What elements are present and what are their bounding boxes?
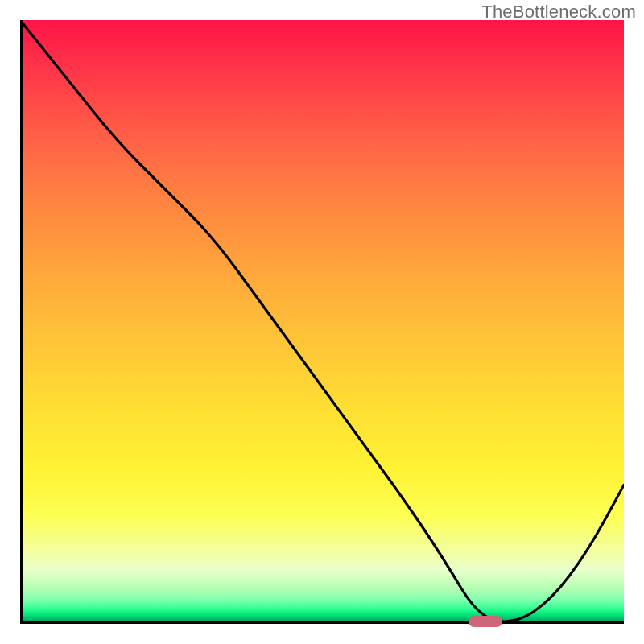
optimum-marker <box>469 616 502 627</box>
chart-container: TheBottleneck.com <box>0 0 644 644</box>
bottleneck-curve <box>20 20 624 621</box>
watermark-text: TheBottleneck.com <box>481 2 636 23</box>
curve-layer <box>20 20 624 624</box>
